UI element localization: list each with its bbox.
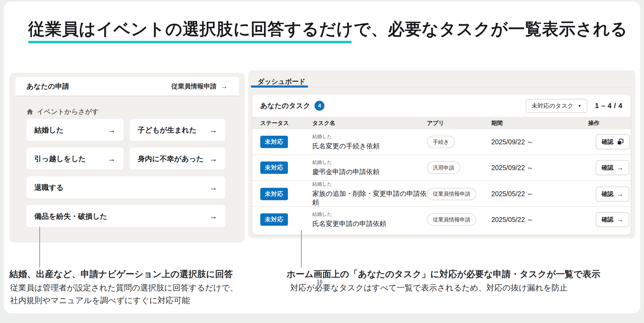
task-event-label: 結婚した — [312, 133, 427, 140]
event-button-label: 引っ越しをした — [34, 154, 86, 164]
event-button-label: 身内に不幸があった — [138, 154, 204, 164]
confirm-button[interactable]: 確認 — [596, 134, 630, 149]
table-row: 未対応 結婚した 家族の追加・削除・変更申請の申請依頼 従業員情報申請 2025… — [252, 181, 631, 207]
search-by-event-section-label: イベントからさがす — [26, 107, 99, 116]
column-status: ステータス — [260, 119, 312, 127]
period-cell: 2025/05/22 ～ — [491, 215, 588, 224]
your-tasks-header: あなたのタスク 4 未対応のタスク ▼ 1 – 4 / 4 — [252, 95, 631, 117]
task-name-cell: 結婚した 家族の追加・削除・変更申請の申請依頼 — [312, 181, 427, 207]
task-table-header: ステータス タスク名 アプリ 期間 操作 — [252, 117, 631, 129]
task-filter-dropdown[interactable]: 未対応のタスク ▼ — [526, 99, 587, 113]
task-name-cell: 結婚した 氏名変更の手続き依頼 — [312, 133, 427, 150]
table-row: 未対応 結婚した 慶弔金申請の申請依頼 汎用申請 2025/09/22 ～ 確認… — [252, 155, 631, 181]
status-badge: 未対応 — [260, 136, 288, 148]
your-applications-header: あなたの申請 従業員情報申請 → — [15, 77, 239, 96]
tab-bar-divider — [251, 87, 632, 87]
task-event-label: 結婚した — [312, 211, 427, 217]
event-button-lost-equipment[interactable]: 備品を紛失・破損した → — [26, 205, 225, 227]
title-underline — [28, 41, 352, 43]
left-caption-line1: 従業員は管理者が設定された質問の選択肢に回答するだけで、 — [10, 282, 238, 294]
pagination-label: 1 – 4 / 4 — [595, 102, 623, 110]
event-button-label: 退職する — [34, 183, 64, 192]
task-filter-label: 未対応のタスク — [532, 102, 573, 110]
column-app: アプリ — [427, 119, 491, 127]
tab-active-underline — [251, 85, 308, 88]
app-pill: 手続き — [427, 136, 455, 148]
employee-info-application-link[interactable]: 従業員情報申請 → — [171, 82, 228, 91]
arrow-right-icon: → — [617, 216, 623, 223]
dashboard-panel: ダッシュボード あなたのタスク 4 未対応のタスク ▼ 1 – 4 / 4 ステ… — [248, 70, 635, 238]
task-name-cell: 結婚した 氏名変更申請の申請依頼 — [312, 211, 427, 228]
event-button-grid: 結婚した → 子どもが生まれた → 引っ越しをした → 身内に不幸があった → … — [26, 119, 225, 227]
column-action: 操作 — [588, 119, 623, 127]
your-tasks-card: あなたのタスク 4 未対応のタスク ▼ 1 – 4 / 4 ステータス タスク名… — [252, 95, 631, 235]
task-name: 慶弔金申請の申請依頼 — [312, 167, 427, 176]
open-new-window-icon — [617, 138, 624, 145]
arrow-right-icon: → — [617, 164, 623, 171]
confirm-button[interactable]: 確認 → — [596, 186, 629, 202]
period-cell: 2025/09/22 ～ — [491, 163, 588, 172]
arrow-right-icon: → — [220, 82, 228, 91]
confirm-button[interactable]: 確認 → — [596, 160, 629, 175]
page-number-artifact: 16 — [317, 279, 323, 285]
right-caption-body: 対応が必要なタスクはすべて一覧で表示されるため、対応の抜け漏れを防止 — [290, 282, 568, 294]
period-cell: 2025/05/22 ～ — [491, 189, 588, 198]
column-period: 期間 — [491, 119, 588, 127]
tab-dashboard[interactable]: ダッシュボード — [258, 77, 306, 86]
status-badge: 未対応 — [260, 213, 288, 226]
event-button-child-born[interactable]: 子どもが生まれた → — [130, 119, 225, 141]
arrow-right-icon: → — [108, 154, 116, 163]
confirm-button[interactable]: 確認 → — [596, 212, 629, 227]
task-event-label: 結婚した — [312, 159, 427, 166]
task-name: 家族の追加・削除・変更申請の申請依頼 — [312, 189, 427, 207]
period-cell: 2025/09/22 ～ — [491, 138, 588, 146]
status-badge: 未対応 — [260, 162, 288, 174]
arrow-right-icon: → — [617, 190, 623, 198]
home-icon — [26, 108, 34, 115]
chevron-down-icon: ▼ — [578, 104, 581, 108]
left-caption-body: 従業員は管理者が設定された質問の選択肢に回答するだけで、 社内規則やマニュアルを… — [10, 282, 238, 307]
arrow-right-icon: → — [209, 183, 217, 192]
right-connector-line — [301, 230, 302, 268]
status-badge: 未対応 — [260, 188, 288, 200]
confirm-button-label: 確認 — [602, 216, 613, 224]
app-pill: 従業員情報申請 — [427, 213, 476, 226]
your-tasks-title: あなたのタスク — [260, 101, 310, 110]
right-caption-heading: ホーム画面上の「あなたのタスク」に対応が必要な申請・タスクが一覧で表示 — [287, 269, 600, 279]
event-button-label: 備品を紛失・破損した — [34, 211, 107, 221]
left-connector-line — [39, 227, 40, 268]
search-by-event-text: イベントからさがす — [37, 107, 99, 116]
event-button-resign[interactable]: 退職する → — [26, 176, 225, 199]
event-button-married[interactable]: 結婚した → — [26, 119, 124, 141]
table-row: 未対応 結婚した 氏名変更の手続き依頼 手続き 2025/09/22 ～ 確認 — [252, 129, 631, 155]
left-caption-heading: 結婚、出産など、申請ナビゲーション上の選択肢に回答 — [9, 269, 233, 279]
arrow-right-icon: → — [209, 212, 217, 221]
event-button-moved[interactable]: 引っ越しをした → — [26, 148, 124, 170]
left-caption-line2: 社内規則やマニュアルを調べずにすぐに対応可能 — [10, 294, 238, 307]
arrow-right-icon: → — [209, 154, 217, 163]
event-button-label: 結婚した — [34, 125, 64, 135]
employee-info-application-label: 従業員情報申請 — [171, 82, 217, 91]
column-task-name: タスク名 — [312, 119, 427, 127]
event-button-label: 子どもが生まれた — [138, 125, 197, 135]
arrow-right-icon: → — [108, 125, 116, 135]
confirm-button-label: 確認 — [602, 190, 613, 198]
app-pill: 従業員情報申請 — [427, 188, 476, 200]
event-button-family-mourning[interactable]: 身内に不幸があった → — [130, 148, 225, 170]
arrow-right-icon: → — [209, 125, 217, 135]
app-pill: 汎用申請 — [427, 162, 460, 174]
stage: 従業員はイベントの選択肢に回答するだけで、必要なタスクが一覧表示される あなたの… — [0, 0, 644, 323]
task-count-badge: 4 — [314, 101, 324, 111]
page-title: 従業員はイベントの選択肢に回答するだけで、必要なタスクが一覧表示される — [28, 20, 628, 38]
confirm-button-label: 確認 — [602, 138, 613, 146]
task-name-cell: 結婚した 慶弔金申請の申請依頼 — [312, 159, 427, 176]
application-navigator-panel: あなたの申請 従業員情報申請 → イベントからさがす 結婚した → 子どもが生ま… — [9, 73, 245, 243]
task-event-label: 結婚した — [312, 181, 427, 187]
task-name: 氏名変更申請の申請依頼 — [312, 219, 427, 228]
table-row: 未対応 結婚した 氏名変更申請の申請依頼 従業員情報申請 2025/05/22 … — [252, 207, 631, 232]
your-applications-title: あなたの申請 — [27, 82, 69, 91]
confirm-button-label: 確認 — [602, 164, 613, 172]
task-name: 氏名変更の手続き依頼 — [312, 142, 427, 150]
